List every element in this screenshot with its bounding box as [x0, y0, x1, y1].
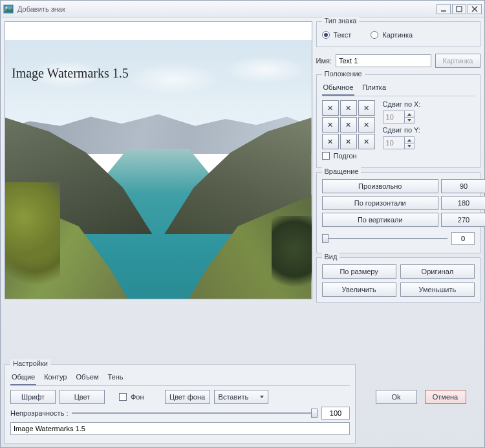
- tab-normal[interactable]: Обычное: [322, 81, 355, 96]
- name-row: Имя: Картинка: [316, 54, 480, 68]
- position-tabs: Обычное Плитка: [322, 81, 475, 96]
- pos-br[interactable]: ✕: [358, 134, 375, 149]
- tab-shadow[interactable]: Тень: [106, 371, 124, 385]
- shift-y-down[interactable]: [405, 143, 414, 149]
- bottom-panel: Настройки Общие Контур Объем Тень Шрифт …: [5, 364, 480, 443]
- dialog-buttons: Ok Отмена: [361, 364, 480, 404]
- radio-text-label: Текст: [334, 31, 352, 39]
- tab-outline[interactable]: Контур: [43, 371, 68, 385]
- tab-volume[interactable]: Объем: [74, 371, 100, 385]
- radio-text[interactable]: [322, 31, 330, 39]
- pos-tl[interactable]: ✕: [322, 100, 339, 116]
- rotation-group-title: Вращение: [322, 167, 361, 175]
- side-panel: Тип знака Текст Картинка Имя: Картинка: [316, 21, 480, 360]
- shift-x-input[interactable]: [383, 111, 405, 123]
- pos-mc[interactable]: ✕: [340, 117, 357, 133]
- app-icon: [3, 4, 14, 14]
- tab-general[interactable]: Общие: [10, 371, 36, 385]
- position-group: Положение Обычное Плитка ✕ ✕ ✕ ✕ ✕ ✕: [316, 74, 480, 168]
- type-group-title: Тип знака: [322, 17, 360, 25]
- opacity-label: Непрозрачность :: [10, 409, 68, 417]
- bg-label: Фон: [131, 393, 144, 401]
- rotation-value[interactable]: [451, 232, 475, 245]
- watermark-text: Image Watermarks 1.5: [12, 66, 129, 81]
- view-zoomout-button[interactable]: Уменьшить: [400, 283, 475, 297]
- insert-dropdown[interactable]: Вставить: [214, 390, 268, 404]
- minimize-button[interactable]: [436, 4, 451, 14]
- watermark-text-input[interactable]: [10, 422, 350, 435]
- shift-y-up[interactable]: [405, 137, 414, 143]
- titlebar: Добавить знак: [1, 1, 484, 17]
- tab-tile[interactable]: Плитка: [361, 81, 387, 96]
- radio-image-label: Картинка: [382, 31, 413, 39]
- rotation-group: Вращение Произвольно 90 По горизонтали 1…: [316, 172, 480, 253]
- bgcolor-button[interactable]: Цвет фона: [165, 390, 210, 404]
- svg-rect-3: [457, 6, 462, 12]
- position-grid: ✕ ✕ ✕ ✕ ✕ ✕ ✕ ✕ ✕: [322, 100, 375, 149]
- bg-checkbox[interactable]: [119, 393, 127, 401]
- upper-panel: Image Watermarks 1.5 Тип знака Текст Кар…: [5, 21, 480, 360]
- chevron-down-icon: [260, 396, 264, 398]
- close-button[interactable]: [468, 4, 482, 14]
- view-original-button[interactable]: Оригинал: [400, 264, 475, 279]
- position-group-title: Положение: [322, 70, 365, 78]
- settings-group: Настройки Общие Контур Объем Тень Шрифт …: [5, 364, 356, 443]
- flip-vertical-button[interactable]: По вертикали: [322, 213, 438, 227]
- shift-x-label: Сдвиг по X:: [383, 100, 475, 108]
- view-fit-button[interactable]: По размеру: [322, 264, 396, 279]
- name-label: Имя:: [316, 57, 332, 65]
- flip-horizontal-button[interactable]: По горизонтали: [322, 196, 438, 210]
- shift-y-spinner[interactable]: [383, 136, 475, 149]
- fit-checkbox[interactable]: [322, 152, 330, 160]
- radio-image[interactable]: [371, 31, 378, 39]
- window-title: Добавить знак: [17, 5, 435, 13]
- shift-x-up[interactable]: [405, 111, 414, 117]
- rotate-180-button[interactable]: 180: [441, 196, 485, 210]
- view-group: Вид По размеру Оригинал Увеличить Уменьш…: [316, 257, 480, 303]
- color-button[interactable]: Цвет: [59, 390, 105, 404]
- opacity-value[interactable]: [321, 407, 350, 420]
- maximize-button[interactable]: [452, 4, 466, 14]
- preview-image: Image Watermarks 1.5: [5, 21, 312, 299]
- svg-point-1: [6, 6, 8, 8]
- fit-label: Подгон: [334, 152, 357, 160]
- opacity-slider[interactable]: [72, 407, 318, 419]
- main-window: Добавить знак Image Watermarks 1.5 Тип з…: [0, 0, 485, 448]
- shift-y-input[interactable]: [383, 136, 405, 149]
- view-group-title: Вид: [322, 253, 340, 261]
- type-group: Тип знака Текст Картинка: [316, 21, 480, 47]
- rotation-slider[interactable]: [322, 233, 447, 244]
- pos-ml[interactable]: ✕: [322, 117, 339, 133]
- font-button[interactable]: Шрифт: [10, 390, 56, 404]
- view-zoomin-button[interactable]: Увеличить: [322, 283, 396, 297]
- pos-bc[interactable]: ✕: [340, 134, 357, 149]
- pos-mr[interactable]: ✕: [358, 117, 375, 133]
- shift-y-label: Сдвиг по Y:: [383, 126, 475, 134]
- pos-tc[interactable]: ✕: [340, 100, 357, 116]
- name-input[interactable]: [336, 54, 431, 67]
- rotate-90-button[interactable]: 90: [441, 179, 485, 193]
- settings-tabs: Общие Контур Объем Тень: [10, 371, 350, 386]
- cancel-button[interactable]: Отмена: [425, 390, 466, 404]
- shift-x-spinner[interactable]: [383, 111, 475, 123]
- ok-button[interactable]: Ok: [376, 390, 417, 404]
- pos-tr[interactable]: ✕: [358, 100, 375, 116]
- content-area: Image Watermarks 1.5 Тип знака Текст Кар…: [1, 17, 484, 447]
- rotate-free-button[interactable]: Произвольно: [322, 179, 438, 193]
- settings-group-title: Настройки: [10, 359, 50, 367]
- image-button[interactable]: Картинка: [435, 54, 480, 68]
- rotate-270-button[interactable]: 270: [441, 213, 485, 227]
- shift-x-down[interactable]: [405, 117, 414, 123]
- pos-bl[interactable]: ✕: [322, 134, 339, 149]
